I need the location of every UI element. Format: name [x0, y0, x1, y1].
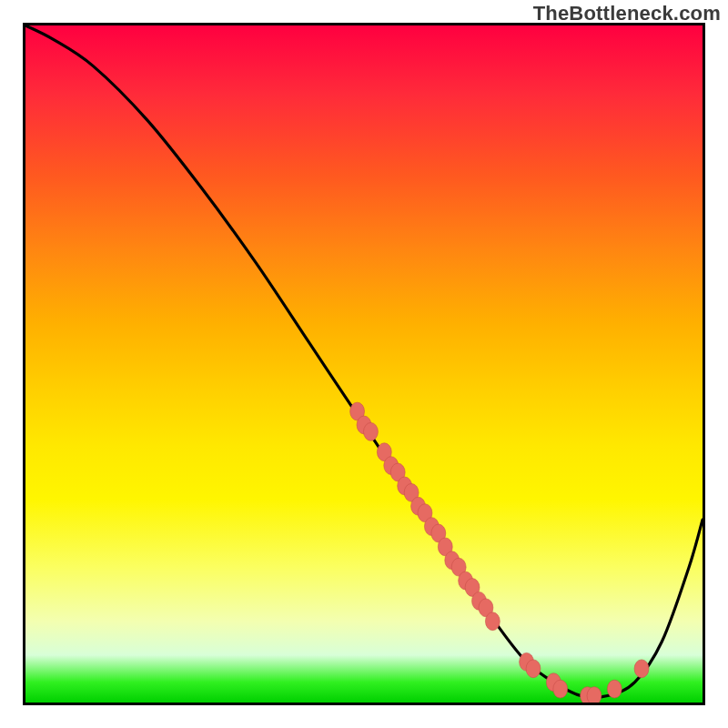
- bottleneck-curve: [25, 25, 703, 697]
- curve-marker: [553, 680, 568, 698]
- curve-marker: [364, 422, 379, 440]
- curve-marker: [587, 687, 602, 703]
- curve-marker: [526, 660, 541, 678]
- curve-marker: [485, 612, 500, 631]
- curve-layer: [25, 25, 703, 703]
- curve-marker: [634, 660, 649, 678]
- curve-marker: [607, 680, 622, 698]
- chart-stage: TheBottleneck.com: [0, 0, 728, 728]
- plot-frame: [23, 23, 705, 705]
- curve-markers: [350, 402, 649, 703]
